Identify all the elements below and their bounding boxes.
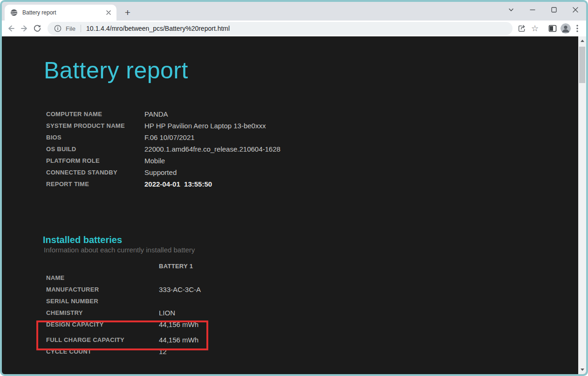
table-header-row: BATTERY 1 [46, 260, 586, 272]
close-window-button[interactable] [565, 2, 586, 18]
share-icon[interactable] [515, 22, 528, 35]
table-row: CYCLE COUNT 12 [46, 346, 586, 357]
tab-strip: Battery report + [2, 2, 586, 21]
page-viewport: Battery report COMPUTER NAME PANDA SYSTE… [2, 36, 586, 374]
bookmark-star-icon[interactable]: ☆ [528, 22, 541, 35]
vertical-scrollbar[interactable] [578, 36, 586, 374]
scrollbar-thumb[interactable] [579, 47, 585, 83]
table-row: BIOS F.06 10/07/2021 [46, 132, 586, 143]
toolbar-right-icons: ☆ [515, 22, 582, 35]
scroll-up-icon[interactable] [581, 40, 584, 42]
page-title: Battery report [44, 36, 586, 84]
table-row: CONNECTED STANDBY Supported [46, 167, 586, 178]
forward-icon[interactable] [18, 22, 31, 35]
browser-tab[interactable]: Battery report [5, 5, 116, 21]
table-row: SERIAL NUMBER [46, 295, 586, 307]
info-icon[interactable] [54, 25, 62, 32]
refresh-icon[interactable] [31, 22, 44, 35]
table-row: COMPUTER NAME PANDA [46, 108, 586, 120]
tab-close-icon[interactable] [104, 8, 113, 17]
table-row: OS BUILD 22000.1.amd64fre.co_release.210… [46, 143, 586, 155]
url-divider [81, 25, 81, 32]
back-icon[interactable] [5, 22, 18, 35]
table-row: PLATFORM ROLE Mobile [46, 155, 586, 167]
table-row: MANUFACTURER 333-AC-3C-A [46, 284, 586, 295]
table-row: NAME [46, 272, 586, 284]
chevron-down-icon[interactable] [500, 2, 522, 18]
window-controls [500, 2, 586, 18]
tab-title: Battery report [22, 9, 104, 16]
table-row: CHEMISTRY LION [46, 307, 586, 319]
installed-batteries-table: BATTERY 1 NAME MANUFACTURER 333-AC-3C-A … [46, 260, 586, 357]
maximize-button[interactable] [543, 2, 565, 18]
globe-favicon-icon [10, 9, 18, 16]
section-heading: Installed batteries [43, 235, 586, 245]
browser-toolbar: File 10.1.4.4/mro/between_pcs/Battery%20… [2, 21, 586, 36]
table-row-design-capacity: DESIGN CAPACITY 44,156 mWh [46, 319, 586, 330]
table-row-report-time: REPORT TIME 2022-04-01 13:55:50 [46, 178, 586, 190]
battery-report: Battery report COMPUTER NAME PANDA SYSTE… [2, 36, 586, 357]
section-subtitle: Information about each currently install… [44, 246, 586, 254]
table-row-full-charge-capacity: FULL CHARGE CAPACITY 44,156 mWh [46, 334, 586, 346]
scroll-down-icon[interactable] [581, 369, 584, 371]
url-scheme-label: File [66, 25, 75, 32]
kebab-menu-icon[interactable] [572, 22, 582, 35]
battery-column-header: BATTERY 1 [159, 263, 193, 270]
minimize-button[interactable] [522, 2, 543, 18]
url-text: 10.1.4.4/mro/between_pcs/Battery%20repor… [86, 25, 230, 32]
system-info-table: COMPUTER NAME PANDA SYSTEM PRODUCT NAME … [46, 108, 586, 190]
profile-avatar[interactable] [559, 22, 572, 35]
screenshot-frame: Battery report + [0, 0, 588, 376]
address-bar[interactable]: File 10.1.4.4/mro/between_pcs/Battery%20… [48, 22, 513, 35]
table-row: SYSTEM PRODUCT NAME HP HP Pavilion Aero … [46, 120, 586, 132]
side-panel-icon[interactable] [546, 22, 559, 35]
new-tab-button[interactable]: + [121, 6, 134, 19]
